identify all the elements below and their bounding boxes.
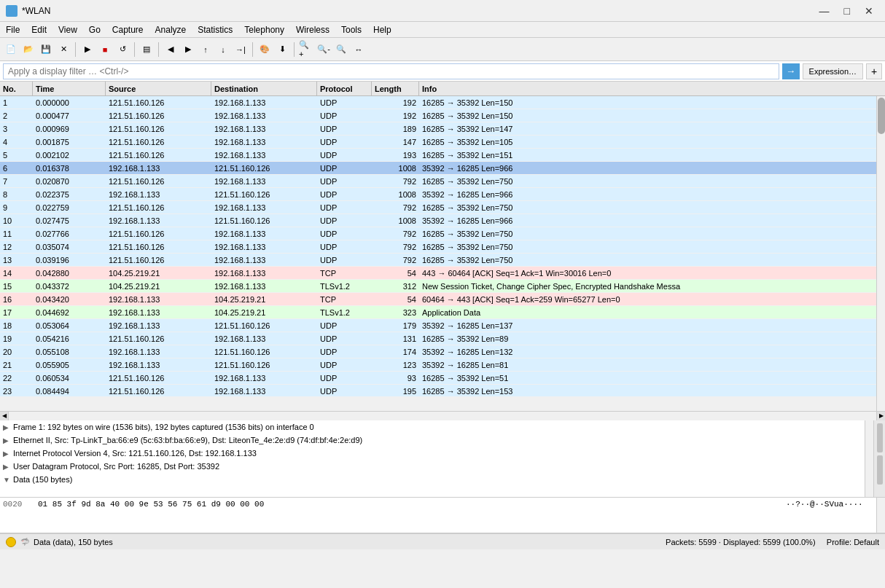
table-row[interactable]: 16 0.043420 192.168.1.133 104.25.219.21 …	[0, 293, 876, 306]
toolbar-colorize[interactable]: 🎨	[257, 42, 273, 58]
table-row[interactable]: 15 0.043372 104.25.219.21 192.168.1.133 …	[0, 280, 876, 293]
col-header-no[interactable]: No.	[0, 82, 33, 95]
table-row[interactable]: 8 0.022375 192.168.1.133 121.51.160.126 …	[0, 188, 876, 201]
toolbar-auto-scroll[interactable]: ⬇	[274, 42, 290, 58]
toolbar-start[interactable]: ▶	[79, 42, 95, 58]
col-header-length[interactable]: Length	[372, 82, 419, 95]
statusbar: 🦈 Data (data), 150 bytes Packets: 5599 ·…	[0, 533, 885, 549]
menu-go[interactable]: Go	[83, 23, 106, 36]
toolbar-filter-bar[interactable]: ▤	[139, 42, 155, 58]
table-row[interactable]: 22 0.060534 121.51.160.126 192.168.1.133…	[0, 372, 876, 385]
table-row[interactable]: 17 0.044692 192.168.1.133 104.25.219.21 …	[0, 306, 876, 319]
toolbar-prev[interactable]: ↑	[198, 42, 214, 58]
table-row[interactable]: 5 0.002102 121.51.160.126 192.168.1.133 …	[0, 149, 876, 162]
toolbar-zoom-reset[interactable]: 🔍	[333, 42, 349, 58]
hex-dump-body: 002001 85 3f 9d 8a 40 00 9e 53 56 75 61 …	[0, 498, 876, 533]
col-header-source[interactable]: Source	[106, 82, 211, 95]
menu-analyze[interactable]: Analyze	[149, 23, 192, 36]
table-row[interactable]: 6 0.016378 192.168.1.133 121.51.160.126 …	[0, 162, 876, 175]
menu-help[interactable]: Help	[367, 23, 397, 36]
table-row[interactable]: 4 0.001875 121.51.160.126 192.168.1.133 …	[0, 136, 876, 149]
menu-view[interactable]: View	[52, 23, 83, 36]
minimize-button[interactable]: —	[814, 4, 835, 18]
detail-row[interactable]: ▶Ethernet II, Src: Tp-LinkT_ba:66:e9 (5c…	[0, 434, 865, 447]
table-row[interactable]: 13 0.039196 121.51.160.126 192.168.1.133…	[0, 254, 876, 267]
packet-section: No. Time Source Destination Protocol Len…	[0, 82, 885, 420]
toolbar-close[interactable]: ✕	[55, 42, 71, 58]
filter-add-button[interactable]: +	[866, 63, 882, 79]
toolbar-save[interactable]: 💾	[38, 42, 54, 58]
toolbar-new[interactable]: 📄	[3, 42, 19, 58]
menu-telephony[interactable]: Telephony	[238, 23, 290, 36]
detail-row[interactable]: ▶Internet Protocol Version 4, Src: 121.5…	[0, 447, 865, 460]
toolbar-forward[interactable]: ▶	[180, 42, 196, 58]
toolbar-sep2	[134, 42, 135, 57]
table-row[interactable]: 1 0.000000 121.51.160.126 192.168.1.133 …	[0, 96, 876, 109]
col-header-time[interactable]: Time	[33, 82, 106, 95]
table-row[interactable]: 12 0.035074 121.51.160.126 192.168.1.133…	[0, 240, 876, 254]
toolbar-sep4	[252, 42, 253, 57]
menu-capture[interactable]: Capture	[106, 23, 149, 36]
filter-input[interactable]	[3, 63, 779, 79]
toolbar-back[interactable]: ◀	[163, 42, 179, 58]
toolbar-next[interactable]: ↓	[215, 42, 231, 58]
packet-list-body[interactable]: 1 0.000000 121.51.160.126 192.168.1.133 …	[0, 96, 876, 396]
packet-list-area: 1 0.000000 121.51.160.126 192.168.1.133 …	[0, 96, 885, 411]
detail-row[interactable]: ▶Frame 1: 192 bytes on wire (1536 bits),…	[0, 420, 865, 434]
toolbar-open[interactable]: 📂	[20, 42, 36, 58]
menu-tools[interactable]: Tools	[335, 23, 367, 36]
toolbar-goto[interactable]: →|	[233, 42, 249, 58]
statusbar-left: 🦈 Data (data), 150 bytes	[6, 537, 666, 547]
table-row[interactable]: 18 0.053064 192.168.1.133 121.51.160.126…	[0, 319, 876, 332]
toolbar-restart[interactable]: ↺	[114, 42, 130, 58]
col-header-destination[interactable]: Destination	[211, 82, 317, 95]
h-scroll-right[interactable]: ▶	[876, 412, 885, 420]
h-scroll-track[interactable]	[9, 412, 876, 420]
maximize-button[interactable]: □	[838, 4, 856, 18]
right-sidebar	[873, 420, 885, 497]
packet-detail-section: ▶Frame 1: 192 bytes on wire (1536 bits),…	[0, 420, 885, 498]
statusbar-right: Packets: 5599 · Displayed: 5599 (100.0%)…	[666, 538, 879, 546]
table-row[interactable]: 21 0.055905 192.168.1.133 121.51.160.126…	[0, 358, 876, 372]
detail-row[interactable]: ▶User Datagram Protocol, Src Port: 16285…	[0, 460, 865, 473]
hex-row: 002001 85 3f 9d 8a 40 00 9e 53 56 75 61 …	[0, 498, 876, 511]
app-icon	[6, 5, 17, 17]
toolbar-resize[interactable]: ↔	[351, 42, 367, 58]
close-button[interactable]: ✕	[859, 4, 879, 18]
filter-expression-button[interactable]: Expression…	[803, 63, 863, 79]
status-data-label: Data (data), 150 bytes	[34, 538, 113, 546]
table-row[interactable]: 10 0.027475 192.168.1.133 121.51.160.126…	[0, 214, 876, 227]
toolbar-zoom-in[interactable]: 🔍+	[298, 42, 314, 58]
hex-scrollbar[interactable]	[876, 498, 885, 533]
v-scrollbar[interactable]	[876, 96, 885, 411]
table-row[interactable]: 7 0.020870 121.51.160.126 192.168.1.133 …	[0, 175, 876, 188]
table-row[interactable]: 3 0.000969 121.51.160.126 192.168.1.133 …	[0, 122, 876, 136]
detail-scrollbar[interactable]	[865, 420, 873, 497]
profile-info: Profile: Default	[827, 538, 879, 546]
table-row[interactable]: 19 0.054216 121.51.160.126 192.168.1.133…	[0, 332, 876, 345]
detail-row[interactable]: ▼Data (150 bytes)	[0, 473, 865, 486]
table-row[interactable]: 14 0.042880 104.25.219.21 192.168.1.133 …	[0, 267, 876, 280]
filter-apply-button[interactable]: →	[782, 63, 800, 79]
table-row[interactable]: 23 0.084494 121.51.160.126 192.168.1.133…	[0, 385, 876, 396]
menubar: File Edit View Go Capture Analyze Statis…	[0, 22, 885, 38]
titlebar: *WLAN — □ ✕	[0, 0, 885, 22]
table-row[interactable]: 2 0.000477 121.51.160.126 192.168.1.133 …	[0, 109, 876, 122]
v-scrollbar-thumb[interactable]	[878, 98, 885, 134]
menu-wireless[interactable]: Wireless	[290, 23, 335, 36]
col-header-protocol[interactable]: Protocol	[317, 82, 372, 95]
sidebar-handle-2[interactable]	[877, 455, 883, 485]
toolbar-stop[interactable]: ■	[97, 42, 113, 58]
titlebar-controls[interactable]: — □ ✕	[814, 4, 879, 18]
table-row[interactable]: 20 0.055108 192.168.1.133 121.51.160.126…	[0, 345, 876, 358]
sidebar-handle-1[interactable]	[877, 423, 883, 452]
toolbar-sep3	[158, 42, 159, 57]
menu-edit[interactable]: Edit	[26, 23, 52, 36]
menu-file[interactable]: File	[0, 23, 26, 36]
table-row[interactable]: 9 0.022759 121.51.160.126 192.168.1.133 …	[0, 201, 876, 214]
menu-statistics[interactable]: Statistics	[192, 23, 238, 36]
toolbar-zoom-out[interactable]: 🔍-	[316, 42, 332, 58]
h-scrollbar[interactable]: ◀ ▶	[0, 411, 885, 420]
table-row[interactable]: 11 0.027766 121.51.160.126 192.168.1.133…	[0, 227, 876, 240]
h-scroll-left[interactable]: ◀	[0, 412, 9, 420]
